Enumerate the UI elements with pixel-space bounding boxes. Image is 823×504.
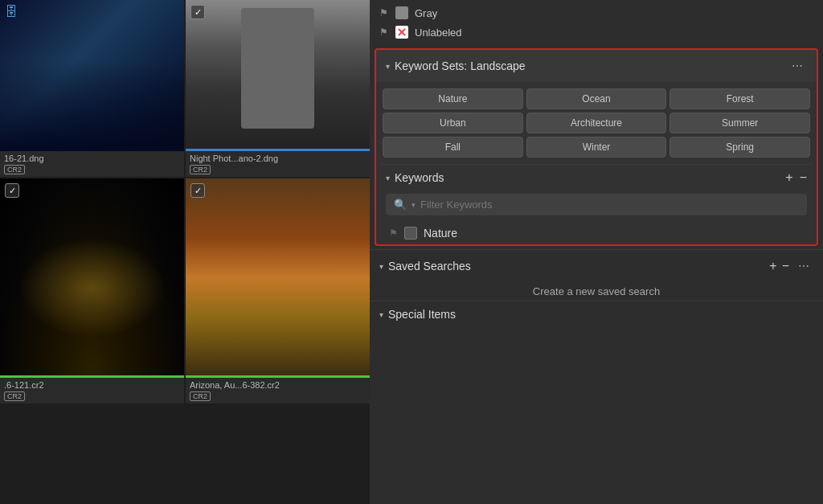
keyword-btn-summer[interactable]: Summer (669, 113, 810, 133)
photo-badges-2: CR2 (190, 165, 366, 174)
keyword-btn-nature[interactable]: Nature (383, 88, 523, 109)
color-swatch-gray (395, 6, 408, 19)
keyword-list-item-nature[interactable]: ⚑ Nature (381, 222, 812, 244)
keyword-sets-header-left: ▾ Keyword Sets: Landscape (386, 59, 526, 72)
saved-searches-title: Saved Searches (388, 260, 471, 272)
search-icon: 🔍 (394, 199, 407, 211)
saved-searches-actions: + − ⋯ (769, 256, 813, 276)
photo-thumbnail-2: ✓ (186, 0, 370, 151)
label-name-unlabeled: Unlabeled (415, 27, 462, 39)
keyword-item-name-nature: Nature (424, 227, 457, 240)
keyword-btn-architecture[interactable]: Architecture (526, 113, 667, 133)
badge-cr2-4: CR2 (190, 391, 211, 401)
photo-filename-4: Arizona, Au...6-382.cr2 (190, 380, 366, 390)
photo-thumbnail-4: ✓ (186, 178, 370, 378)
keywords-title: Keywords (395, 171, 444, 184)
photo-cell-1[interactable]: 🗄 16-21.dng CR2 (0, 0, 184, 177)
stack-icon: 🗄 (5, 5, 18, 19)
filter-keywords-input[interactable] (420, 199, 799, 211)
photo-badges-4: CR2 (190, 391, 366, 401)
keywords-header: ▾ Keywords + − (381, 164, 812, 191)
special-items-chevron: ▾ (379, 310, 383, 319)
badge-cr2-1: CR2 (4, 165, 25, 174)
keyword-flag-icon: ⚑ (389, 227, 398, 239)
keyword-btn-urban[interactable]: Urban (383, 113, 523, 133)
saved-searches-add-button[interactable]: + (769, 260, 776, 272)
saved-searches-header[interactable]: ▾ Saved Searches + − ⋯ (375, 250, 818, 282)
photo-meta-2: Night Phot...ano-2.dng CR2 (186, 151, 370, 177)
checkmark-4: ✓ (190, 183, 205, 198)
photo-cell-2[interactable]: ✓ Night Phot...ano-2.dng CR2 (186, 0, 370, 177)
keywords-add-button[interactable]: + (785, 171, 792, 184)
create-search-link[interactable]: Create a new saved search (375, 282, 818, 301)
keyword-sets-section: ▾ Keyword Sets: Landscape ⋯ Nature Ocean… (375, 48, 818, 246)
checkmark-2: ✓ (190, 5, 205, 19)
keyword-grid: Nature Ocean Forest Urban Architecture S… (376, 82, 817, 164)
keyword-btn-fall[interactable]: Fall (383, 137, 523, 158)
flag-icon-gray: ⚑ (378, 7, 389, 18)
keywords-header-left: ▾ Keywords (386, 171, 444, 184)
labels-section: ⚑ Gray ⚑ Unlabeled (370, 0, 823, 45)
keyword-btn-ocean[interactable]: Ocean (526, 88, 667, 109)
special-items-section[interactable]: ▾ Special Items (370, 301, 823, 327)
photo-filename-2: Night Phot...ano-2.dng (190, 154, 366, 163)
color-label-bar-2 (186, 149, 370, 151)
photo-grid: 🗄 16-21.dng CR2 ✓ Night Phot...ano-2.dng… (0, 0, 370, 504)
label-name-gray: Gray (415, 7, 437, 19)
keyword-btn-spring[interactable]: Spring (669, 137, 810, 158)
keywords-section: ▾ Keywords + − 🔍 ▾ ⚑ Nature (376, 164, 817, 244)
label-row-gray[interactable]: ⚑ Gray (378, 5, 815, 21)
photo-filename-1: 16-21.dng (4, 154, 180, 163)
color-label-bar-3 (0, 375, 184, 378)
badge-cr2-2: CR2 (190, 165, 211, 174)
filter-dropdown-icon: ▾ (412, 201, 416, 209)
right-panel: ⚑ Gray ⚑ Unlabeled ▾ Keyword Sets: Lands… (370, 0, 823, 504)
keyword-sets-menu-button[interactable]: ⋯ (788, 56, 807, 76)
unlabeled-swatch (395, 26, 408, 39)
badge-cr2-3: CR2 (4, 391, 25, 401)
photo-filename-3: .6-121.cr2 (4, 380, 180, 390)
saved-searches-header-left: ▾ Saved Searches (379, 260, 471, 272)
label-row-unlabeled[interactable]: ⚑ Unlabeled (378, 24, 815, 40)
photo-badges-1: CR2 (4, 165, 180, 174)
saved-searches-section: ▾ Saved Searches + − ⋯ Create a new save… (370, 249, 823, 301)
keyword-sets-chevron: ▾ (386, 62, 390, 71)
photo-meta-4: Arizona, Au...6-382.cr2 CR2 (186, 378, 370, 404)
photo-thumbnail-3: ✓ (0, 178, 184, 378)
filter-keywords-wrap: 🔍 ▾ (386, 194, 807, 215)
color-label-bar-4 (186, 375, 370, 378)
photo-cell-3[interactable]: ✓ .6-121.cr2 CR2 (0, 178, 184, 404)
photo-meta-3: .6-121.cr2 CR2 (0, 378, 184, 404)
keyword-sets-title: Keyword Sets: Landscape (395, 59, 526, 72)
keyword-sets-header[interactable]: ▾ Keyword Sets: Landscape ⋯ (376, 50, 817, 82)
keyword-checkbox-nature[interactable] (404, 227, 417, 240)
photo-badges-3: CR2 (4, 391, 180, 401)
keywords-remove-button[interactable]: − (800, 171, 807, 184)
photo-cell-4[interactable]: ✓ Arizona, Au...6-382.cr2 CR2 (186, 178, 370, 404)
flag-icon-unlabeled: ⚑ (378, 27, 389, 38)
photo-meta-1: 16-21.dng CR2 (0, 151, 184, 177)
special-items-title: Special Items (388, 308, 456, 321)
keyword-btn-winter[interactable]: Winter (526, 137, 667, 158)
saved-searches-menu-button[interactable]: ⋯ (794, 256, 813, 276)
saved-searches-remove-button[interactable]: − (782, 260, 789, 272)
checkmark-3: ✓ (5, 183, 19, 198)
keywords-chevron: ▾ (386, 174, 390, 182)
keywords-actions: + − (785, 171, 807, 184)
saved-searches-chevron: ▾ (379, 262, 383, 271)
photo-thumbnail-1: 🗄 (0, 0, 184, 151)
keyword-btn-forest[interactable]: Forest (669, 88, 810, 109)
color-label-bar-1 (0, 149, 184, 151)
